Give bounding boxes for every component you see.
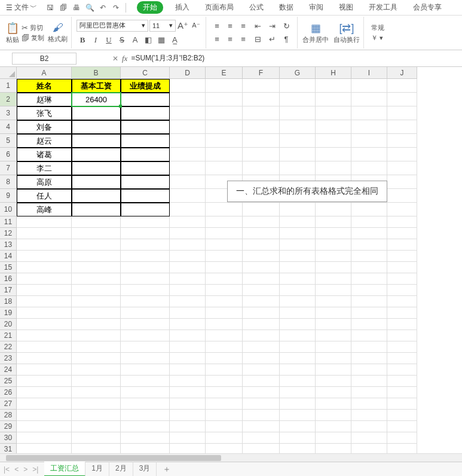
cell-H13[interactable] [316,239,351,251]
cell-D11[interactable] [170,216,206,228]
cell-D1[interactable] [170,79,206,93]
cell-J21[interactable] [387,330,417,341]
cell-F17[interactable] [243,285,280,296]
cell-A8[interactable]: 高原 [17,175,72,189]
cell-I17[interactable] [351,285,387,296]
cell-C2[interactable] [121,93,170,106]
indent-increase-button[interactable]: ⇥ [266,20,278,32]
cell-A30[interactable] [17,432,72,444]
column-header-D[interactable]: D [170,67,206,79]
cell-E19[interactable] [206,307,243,319]
cell-G15[interactable] [280,262,316,273]
cell-D22[interactable] [170,341,206,353]
cell-E12[interactable] [206,228,243,239]
cell-H2[interactable] [316,93,351,106]
cell-I7[interactable] [351,161,387,175]
cell-A10[interactable]: 高峰 [17,203,72,216]
cell-A6[interactable]: 诸葛 [17,148,72,161]
cell-J5[interactable] [387,134,417,148]
cell-C22[interactable] [121,341,170,353]
save-icon[interactable]: 🖫 [45,3,55,13]
cell-E29[interactable] [206,421,243,432]
cell-I26[interactable] [351,387,387,398]
cancel-icon[interactable]: ✕ [112,54,118,63]
cell-C30[interactable] [121,432,170,444]
cell-B4[interactable] [72,120,121,134]
cell-C23[interactable] [121,353,170,364]
strikethrough-button[interactable]: S̶ [116,34,128,46]
cell-A17[interactable] [17,285,72,296]
cell-C19[interactable] [121,307,170,319]
ribbon-tab-7[interactable]: 开发工具 [365,1,401,14]
cell-D29[interactable] [170,421,206,432]
cell-G17[interactable] [280,285,316,296]
cell-B29[interactable] [72,421,121,432]
cell-A28[interactable] [17,410,72,421]
cell-F2[interactable] [243,93,280,106]
cell-G29[interactable] [280,421,316,432]
cell-F3[interactable] [243,106,280,120]
cell-F13[interactable] [243,239,280,251]
cell-A1[interactable]: 姓名 [17,79,72,93]
cell-D4[interactable] [170,120,206,134]
cell-G27[interactable] [280,398,316,410]
redo-icon[interactable]: ↷ [111,3,121,13]
cell-B13[interactable] [72,239,121,251]
wrap-button[interactable]: ↵ [266,33,278,45]
row-header-28[interactable]: 28 [0,410,17,421]
cell-B24[interactable] [72,364,121,376]
cell-J25[interactable] [387,376,417,387]
cell-G10[interactable] [280,203,316,216]
cell-C24[interactable] [121,364,170,376]
cell-G2[interactable] [280,93,316,106]
align-bottom-button[interactable]: ≡ [237,20,249,32]
cell-A12[interactable] [17,228,72,239]
cell-J24[interactable] [387,364,417,376]
cell-F24[interactable] [243,364,280,376]
cell-G21[interactable] [280,330,316,341]
ribbon-tab-2[interactable]: 页面布局 [201,1,237,14]
cell-D20[interactable] [170,319,206,330]
cell-D13[interactable] [170,239,206,251]
scrollbar-thumb[interactable] [6,455,221,461]
ribbon-tab-0[interactable]: 开始 [137,1,163,14]
cell-J15[interactable] [387,262,417,273]
cell-G20[interactable] [280,319,316,330]
cell-E24[interactable] [206,364,243,376]
cell-A7[interactable]: 李二 [17,161,72,175]
borders-button[interactable]: ▦ [155,34,167,46]
cell-E14[interactable] [206,251,243,262]
cell-style-button[interactable]: A̲ [169,34,180,46]
cell-I10[interactable] [351,203,387,216]
cell-A25[interactable] [17,376,72,387]
cell-E1[interactable] [206,79,243,93]
undo-icon[interactable]: ↶ [98,3,108,13]
cell-D5[interactable] [170,134,206,148]
cell-D2[interactable] [170,93,206,106]
row-header-3[interactable]: 3 [0,106,17,120]
cell-I4[interactable] [351,120,387,134]
cell-D15[interactable] [170,262,206,273]
cell-J14[interactable] [387,251,417,262]
cell-H23[interactable] [316,353,351,364]
cell-I12[interactable] [351,228,387,239]
column-header-J[interactable]: J [387,67,417,79]
cell-E3[interactable] [206,106,243,120]
cell-I29[interactable] [351,421,387,432]
cell-C21[interactable] [121,330,170,341]
cell-F26[interactable] [243,387,280,398]
cell-E22[interactable] [206,341,243,353]
row-header-23[interactable]: 23 [0,353,17,364]
sheet-tab-0[interactable]: 工资汇总 [44,462,85,476]
column-header-I[interactable]: I [351,67,387,79]
cell-C14[interactable] [121,251,170,262]
cell-H20[interactable] [316,319,351,330]
cell-G12[interactable] [280,228,316,239]
cell-B17[interactable] [72,285,121,296]
cell-F6[interactable] [243,148,280,161]
cell-E27[interactable] [206,398,243,410]
cell-H10[interactable] [316,203,351,216]
cell-G19[interactable] [280,307,316,319]
cell-F11[interactable] [243,216,280,228]
paste-button[interactable]: 📋 粘贴 [6,22,19,44]
